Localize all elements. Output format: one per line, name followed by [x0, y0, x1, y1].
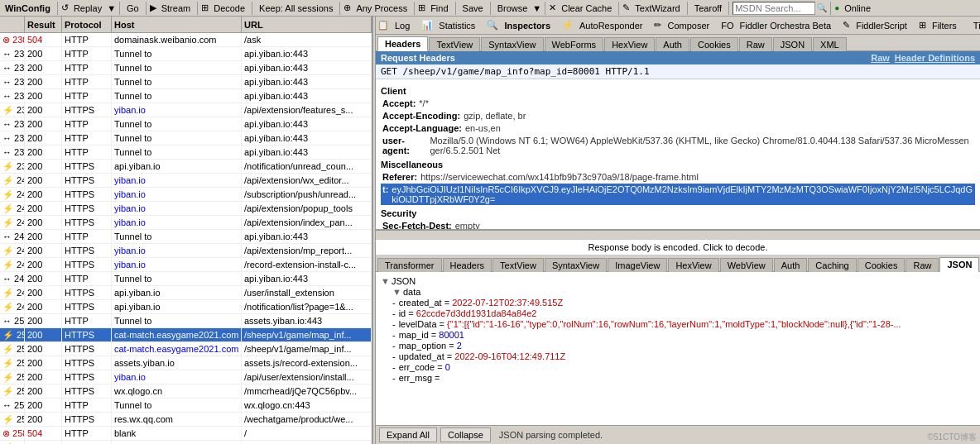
fiddler-script-button[interactable]: FiddlerScript — [851, 19, 912, 32]
req-tab-textview[interactable]: TextView — [429, 37, 480, 51]
cell-1: 200 — [25, 61, 62, 74]
resp-tab-hexview[interactable]: HexView — [668, 258, 718, 272]
msdn-search-input[interactable] — [733, 2, 815, 15]
col-header-protocol[interactable]: Protocol — [62, 17, 112, 32]
req-tab-hexview[interactable]: HexView — [604, 37, 655, 51]
table-row[interactable]: ↔ 256200HTTPTunnel towx.qlogo.cn:443 — [0, 399, 372, 413]
text-wizard-button[interactable]: TextWizard — [632, 2, 683, 14]
expand-all-button[interactable]: Expand All — [379, 427, 437, 442]
table-row[interactable]: ⚡ 243200HTTPSyiban.io/api/extension/inde… — [0, 216, 372, 230]
table-row[interactable]: ⚡ 252200HTTPScat-match.easygame2021.com/… — [0, 342, 372, 356]
collapse-icon[interactable]: ▼ — [381, 276, 390, 286]
table-row[interactable]: ↔ 244200HTTPTunnel toapi.yiban.io:443 — [0, 230, 372, 244]
resp-tab-cookies[interactable]: Cookies — [858, 258, 906, 272]
header-value: empty — [455, 221, 480, 229]
json-field: -map_option = 2 — [392, 341, 975, 351]
resp-tab-raw[interactable]: Raw — [906, 258, 939, 272]
inspectors-button[interactable]: Inspectors — [499, 19, 555, 32]
req-tab-raw[interactable]: Raw — [739, 37, 772, 51]
save-button[interactable]: Save — [459, 2, 487, 14]
req-tab-webforms[interactable]: WebForms — [545, 37, 604, 51]
online-button[interactable]: Online — [841, 2, 874, 14]
resp-tab-transformer[interactable]: Transformer — [377, 258, 442, 272]
req-tab-auth[interactable]: Auth — [656, 37, 689, 51]
response-encoded-bar[interactable]: Response body is encoded. Click to decod… — [376, 240, 980, 255]
req-tab-cookies[interactable]: Cookies — [690, 37, 738, 51]
table-row[interactable]: ⊗ 258504HTTPblank/ — [0, 427, 372, 441]
autoresponder-icon: ⚡ — [562, 20, 574, 31]
table-row[interactable]: ⚡ 240200HTTPSyiban.io/api/extension/wx_e… — [0, 174, 372, 188]
log-button[interactable]: Log — [390, 19, 415, 32]
filters-button[interactable]: Filters — [927, 19, 962, 32]
col-header-host[interactable]: Host — [112, 17, 242, 32]
tearoff-button[interactable]: Tearoff — [691, 2, 725, 14]
fiddler-orchestra-button[interactable]: Fiddler Orchestra Beta — [735, 19, 837, 32]
req-tab-xml[interactable]: XML — [813, 37, 847, 51]
table-row[interactable]: ⚡ 249200HTTPSapi.yiban.io/notification/l… — [0, 300, 372, 314]
table-row[interactable]: ⚡ 248200HTTPSapi.yiban.io/user/install_e… — [0, 286, 372, 300]
statistics-button[interactable]: Statistics — [434, 19, 480, 32]
resp-tab-headers[interactable]: Headers — [443, 258, 492, 272]
go-button[interactable]: Go — [123, 2, 142, 14]
cell-1: 200 — [25, 230, 62, 243]
req-tab-syntaxview[interactable]: SyntaxView — [481, 37, 543, 51]
cell-4: /mmhead/Q3auHgzwzM5I... — [242, 441, 372, 444]
table-row[interactable]: ⚡ 242200HTTPSyiban.io/api/extension/popu… — [0, 202, 372, 216]
keep-button[interactable]: Keep: All sessions — [256, 2, 336, 14]
replay-button[interactable]: Replay — [70, 2, 105, 14]
cell-2: HTTP — [62, 230, 112, 243]
req-tab-headers[interactable]: Headers — [377, 36, 428, 51]
cell-2: HTTPS — [62, 356, 112, 370]
table-row[interactable]: ↔ 232200HTTPTunnel toapi.yiban.io:443 — [0, 61, 372, 75]
table-row[interactable]: ↔ 247200HTTPTunnel toapi.yiban.io:443 — [0, 272, 372, 286]
table-row[interactable]: ⚡ 246200HTTPSyiban.io/record-extension-i… — [0, 258, 372, 272]
resp-tab-webview[interactable]: WebView — [720, 258, 773, 272]
collapse-button[interactable]: Collapse — [440, 427, 491, 442]
table-row[interactable]: ↔ 250200HTTPTunnel toassets.yiban.io:443 — [0, 314, 372, 328]
table-row[interactable]: ↔ 231200HTTPTunnel toapi.yiban.io:443 — [0, 47, 372, 61]
col-header-result[interactable]: Result — [25, 17, 62, 32]
clear-cache-button[interactable]: Clear Cache — [558, 2, 615, 14]
raw-link[interactable]: Raw — [871, 53, 890, 63]
table-row[interactable]: ⚡ 239200HTTPSapi.yiban.io/notification/u… — [0, 160, 372, 174]
stream-button[interactable]: Stream — [158, 2, 194, 14]
json-fields-container: -created_at = 2022-07-12T02:37:49.515Z-i… — [381, 298, 975, 383]
request-hscroll[interactable] — [376, 229, 980, 239]
cell-2: HTTPS — [62, 160, 112, 173]
collapse-icon[interactable]: ▼ — [392, 287, 401, 297]
resp-tab-textview[interactable]: TextView — [492, 258, 544, 272]
any-process-button[interactable]: Any Process — [353, 2, 411, 14]
timeline-button[interactable]: Timeline — [968, 19, 980, 32]
req-tab-json[interactable]: JSON — [773, 37, 812, 51]
cell-2: HTTPS — [62, 328, 112, 341]
table-row[interactable]: ⚡ 251200HTTPScat-match.easygame2021.com/… — [0, 328, 372, 342]
table-row[interactable]: ⊗ 230504HTTPdomainask.weibanio.com/ask — [0, 33, 372, 47]
resp-tab-caching[interactable]: Caching — [808, 258, 856, 272]
table-row[interactable]: ↔ 237200HTTPTunnel toapi.yiban.io:443 — [0, 131, 372, 146]
decode-button[interactable]: Decode — [210, 2, 248, 14]
cell-0: ⚡ 249 — [0, 300, 25, 313]
table-row[interactable]: ⚡ 257200HTTPSres.wx.qq.com/wechatgame/pr… — [0, 413, 372, 427]
table-row[interactable]: ↔ 236200HTTPTunnel toapi.yiban.io:443 — [0, 117, 372, 131]
browse-button[interactable]: Browse — [494, 2, 531, 14]
resp-tab-json[interactable]: JSON — [939, 257, 979, 272]
table-row[interactable]: ↔ 234200HTTPTunnel toapi.yiban.io:443 — [0, 89, 372, 103]
table-row[interactable]: ↔ 238200HTTPTunnel toapi.yiban.io:443 — [0, 146, 372, 160]
composer-button[interactable]: Composer — [662, 19, 714, 32]
table-row[interactable]: ⚡ 241200HTTPSyiban.io/subscription/push/… — [0, 188, 372, 202]
table-row[interactable]: ⚡ 254200HTTPSyiban.io/api/user/extension… — [0, 370, 372, 384]
table-row[interactable]: ⚡ 235200HTTPSyiban.io/api/extension/feat… — [0, 103, 372, 117]
cell-1: 504 — [25, 427, 62, 440]
table-row[interactable]: ⚡ 259200HTTPwx.qlogo.cn/mmhead/Q3auHgzwz… — [0, 441, 372, 444]
table-row[interactable]: ↔ 233200HTTPTunnel toapi.yiban.io:443 — [0, 75, 372, 89]
table-row[interactable]: ⚡ 253200HTTPSassets.yiban.ioassets.js/re… — [0, 356, 372, 370]
col-header-url[interactable]: URL — [242, 17, 372, 32]
table-row[interactable]: ⚡ 245200HTTPSyiban.io/api/extension/mp_r… — [0, 244, 372, 258]
resp-tab-imageview[interactable]: ImageView — [608, 258, 667, 272]
find-button[interactable]: Find — [427, 2, 451, 14]
resp-tab-auth[interactable]: Auth — [774, 258, 808, 272]
auto-responder-button[interactable]: AutoResponder — [574, 19, 647, 32]
resp-tab-syntaxview[interactable]: SyntaxView — [545, 258, 607, 272]
header-defs-link[interactable]: Header Definitions — [895, 53, 975, 63]
table-row[interactable]: ⚡ 255200HTTPSwx.qlogo.cn/mmcrhead/jQe7QC… — [0, 384, 372, 399]
